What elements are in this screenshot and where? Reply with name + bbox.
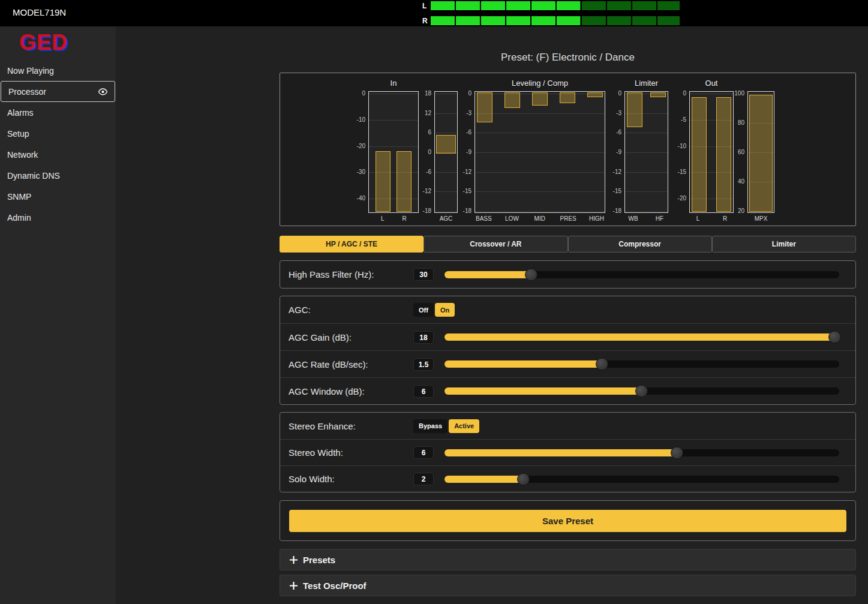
sidebar-item-network[interactable]: Network <box>0 144 116 165</box>
agc-rate-label: AGC Rate (dB/sec): <box>289 359 413 369</box>
agc-gain-slider[interactable] <box>444 333 839 341</box>
agc-meter-group: 181260-6-12-18 AGC <box>414 79 458 222</box>
leveling-meter-labels: BASS LOW MID PRES HIGH <box>474 215 605 222</box>
agc-window-slider[interactable] <box>444 387 839 395</box>
sidebar-menu: Now Playing Processor Alarms Setup Netwo… <box>0 60 116 228</box>
agc-rate-slider[interactable] <box>444 360 839 368</box>
presets-expander[interactable]: Presets <box>280 549 856 570</box>
agc-window-row: AGC Window (dB): 6 <box>280 377 855 404</box>
hp-filter-row: High Pass Filter (Hz): 30 <box>280 261 855 288</box>
agc-gain-row: AGC Gain (dB): 18 <box>280 323 855 350</box>
solo-width-row: Solo Width: 2 <box>280 465 855 492</box>
agc-gain-slider-handle[interactable] <box>828 331 841 344</box>
limiter-meter-box <box>624 91 668 213</box>
stereo-active-button[interactable]: Active <box>449 419 479 433</box>
agc-gain-slider-fill <box>444 333 835 341</box>
test-osc-expander[interactable]: Test Osc/Proof <box>280 575 856 596</box>
hp-filter-slider[interactable] <box>444 271 839 278</box>
out-meter-group: Out 0-5-10-15-20 L R <box>669 79 734 222</box>
limiter-meter-group: Limiter 0-3-6-9-12-15-18 WB HF <box>604 79 668 222</box>
processor-tabs: HP / AGC / STE Crossover / AR Compressor… <box>280 236 856 253</box>
logo: GED <box>19 30 116 55</box>
mpx-meter-box <box>747 91 774 213</box>
sidebar-item-setup[interactable]: Setup <box>0 123 116 144</box>
pres-bar <box>560 92 575 103</box>
mpx-meter-group: 10080604020 MPX <box>727 79 774 222</box>
solo-width-slider-handle[interactable] <box>517 473 530 485</box>
solo-width-slider[interactable] <box>444 476 839 483</box>
sidebar: GED Now Playing Processor Alarms Setup N… <box>0 26 116 604</box>
out-meter-scale: 0-5-10-15-20 <box>669 93 689 198</box>
save-preset-button[interactable]: Save Preset <box>289 510 846 532</box>
agc-rate-row: AGC Rate (dB/sec): 1.5 <box>280 350 855 377</box>
stereo-width-label: Stereo Width: <box>289 447 413 458</box>
solo-width-value: 2 <box>413 473 434 485</box>
in-meter-box <box>368 91 419 213</box>
agc-toggle: Off On <box>413 303 455 317</box>
agc-rate-slider-fill <box>444 360 602 368</box>
agc-window-label: AGC Window (dB): <box>289 386 413 396</box>
agc-window-slider-handle[interactable] <box>635 385 648 398</box>
tab-limiter[interactable]: Limiter <box>712 236 856 253</box>
stereo-panel: Stereo Enhance: Bypass Active Stereo Wid… <box>280 412 856 492</box>
stereo-width-row: Stereo Width: 6 <box>280 439 855 465</box>
agc-off-button[interactable]: Off <box>413 303 434 317</box>
agc-on-button[interactable]: On <box>435 303 455 317</box>
limiter-meter-labels: WB HF <box>624 215 668 222</box>
agc-gain-label: AGC Gain (dB): <box>289 332 413 342</box>
meter-segments <box>431 1 680 10</box>
sidebar-item-alarms[interactable]: Alarms <box>0 102 116 123</box>
agc-window-value: 6 <box>413 385 434 398</box>
tab-hp-agc-ste[interactable]: HP / AGC / STE <box>280 236 424 253</box>
agc-meter-box <box>434 91 458 213</box>
meter-r-label: R <box>422 17 431 25</box>
stereo-width-slider-handle[interactable] <box>671 446 683 459</box>
solo-width-slider-fill <box>444 476 524 483</box>
sidebar-item-snmp[interactable]: SNMP <box>0 186 116 207</box>
agc-gain-value: 18 <box>413 331 434 344</box>
in-meter-scale: 0-10-20-30-40 <box>348 93 368 198</box>
stereo-width-slider-fill <box>444 449 677 456</box>
in-r-bar <box>397 151 412 212</box>
leveling-meter-scale: 0-3-6-9-12-15-18 <box>454 93 474 211</box>
meter-l-label: L <box>422 2 431 10</box>
sidebar-item-admin[interactable]: Admin <box>0 207 116 228</box>
hp-filter-label: High Pass Filter (Hz): <box>289 269 413 280</box>
meter-segments <box>431 16 680 25</box>
agc-rate-slider-handle[interactable] <box>596 358 608 371</box>
in-meter-group: In 0-10-20-30-40 L R <box>348 79 419 222</box>
limiter-meter-title: Limiter <box>624 79 668 89</box>
mid-bar <box>532 92 548 106</box>
agc-rate-value: 1.5 <box>413 358 434 371</box>
mpx-meter-label: MPX <box>747 215 774 222</box>
main-content: Preset: (F) Electronic / Dance In 0-10-2… <box>280 26 856 596</box>
stereo-enhance-toggle: Bypass Active <box>413 419 479 433</box>
stereo-width-slider[interactable] <box>444 449 839 456</box>
hp-filter-panel: High Pass Filter (Hz): 30 <box>280 260 856 289</box>
hp-filter-slider-handle[interactable] <box>525 268 537 281</box>
hf-bar <box>650 92 666 97</box>
preset-title: Preset: (F) Electronic / Dance <box>280 52 856 64</box>
leveling-meter-group: Leveling / Comp 0-3-6-9-12-15-18 <box>454 79 605 222</box>
plus-icon <box>290 582 298 590</box>
sidebar-item-processor[interactable]: Processor <box>1 81 115 102</box>
stereo-width-value: 6 <box>413 446 434 459</box>
tab-crossover-ar[interactable]: Crossover / AR <box>424 236 567 253</box>
level-meter-l <box>431 1 680 10</box>
sidebar-item-now-playing[interactable]: Now Playing <box>0 60 116 81</box>
agc-toggle-row: AGC: Off On <box>280 296 855 323</box>
in-meter-labels: L R <box>368 215 419 222</box>
stereo-bypass-button[interactable]: Bypass <box>413 419 447 433</box>
sidebar-item-dynamic-dns[interactable]: Dynamic DNS <box>0 165 116 186</box>
out-meter-box <box>689 91 734 213</box>
limiter-meter-scale: 0-3-6-9-12-15-18 <box>604 93 624 211</box>
app-root: MODEL719N L R GED Now Playing <box>0 0 868 604</box>
agc-gain-bar <box>436 135 456 153</box>
agc-toggle-label: AGC: <box>289 305 413 315</box>
leveling-meter-box <box>474 91 605 213</box>
solo-width-label: Solo Width: <box>289 474 413 484</box>
tab-compressor[interactable]: Compressor <box>568 236 712 253</box>
out-l-bar <box>692 97 707 212</box>
bass-bar <box>477 92 492 122</box>
in-meter-title: In <box>368 79 419 89</box>
